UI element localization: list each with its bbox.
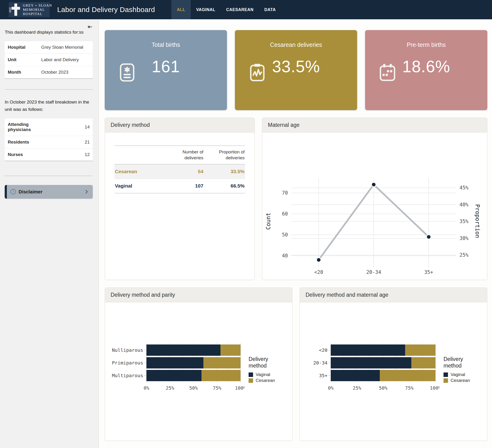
svg-text:70: 70 <box>282 190 288 196</box>
svg-text:75%: 75% <box>405 385 414 391</box>
column-header: Proportion of deliveries <box>204 146 245 164</box>
parity-card: Delivery method and parity NulliparousPr… <box>105 288 292 441</box>
svg-text:i: i <box>13 190 14 194</box>
value-box-cesarean-deliveries: Cesarean deliveries 33.5% <box>235 30 357 110</box>
card-title: Delivery method <box>105 118 255 132</box>
table-row: Unit Labor and Delivery <box>5 54 93 66</box>
value-box-row: Total births 161 Cesarean <box>105 30 487 110</box>
svg-text:30%: 30% <box>460 236 469 241</box>
chart-legend: Delivery method Vaginal Cesarean <box>249 356 292 383</box>
legend-item-cesarean: Cesarean <box>249 378 292 383</box>
svg-text:<20: <20 <box>319 347 328 353</box>
hospital-logo: GREY + SLOAN MEMORIAL HOSPITAL <box>9 2 50 17</box>
svg-text:40%: 40% <box>460 202 469 208</box>
cesarean-swatch <box>443 378 448 383</box>
svg-text:25%: 25% <box>460 252 469 258</box>
svg-text:0%: 0% <box>144 385 149 391</box>
page-title: Labor and Delivery Dashboard <box>57 6 155 14</box>
sidebar-staff-table: Attending physicians 14 Residents 21 Nur… <box>5 118 93 161</box>
main-nav: ALL VAGINAL CAESAREAN DATA <box>171 0 281 19</box>
svg-text:0%: 0% <box>328 385 334 391</box>
tab-all[interactable]: ALL <box>171 0 191 19</box>
svg-text:Multiparous: Multiparous <box>112 373 143 378</box>
svg-text:75%: 75% <box>213 385 221 391</box>
card-title: Delivery method and maternal age <box>300 288 487 302</box>
table-row: Cesarean 54 33.5% <box>114 164 245 179</box>
svg-text:Proportion: Proportion <box>474 204 481 238</box>
value-box-title: Total births <box>105 41 227 48</box>
file-medical-icon <box>118 63 136 82</box>
maternal-age-card: Maternal age 4050607025%30%35%40%45%<202… <box>262 118 487 280</box>
table-row: Vaginal 107 66.5% <box>114 179 245 193</box>
delivery-method-card: Delivery method Number of deliveries Pro… <box>105 118 255 280</box>
svg-text:35%: 35% <box>460 219 469 224</box>
maternal-age-bars-card: Delivery method and maternal age <2020-3… <box>300 288 487 441</box>
table-row: Nurses 12 <box>5 149 93 161</box>
svg-text:50%: 50% <box>379 385 387 391</box>
app-header: GREY + SLOAN MEMORIAL HOSPITAL Labor and… <box>0 0 492 19</box>
card-title: Delivery method and parity <box>105 288 292 302</box>
legend-title: Delivery method <box>443 356 472 369</box>
svg-text:100%: 100% <box>430 385 440 391</box>
svg-text:<20: <20 <box>314 269 323 275</box>
chevron-right-icon <box>83 189 90 195</box>
disclaimer-button[interactable]: i Disclaimer <box>5 185 93 199</box>
svg-text:50: 50 <box>282 232 288 238</box>
charts-row-2: Delivery method and parity NulliparousPr… <box>105 288 487 441</box>
calendar-icon <box>379 63 396 82</box>
tab-caesarean[interactable]: CAESAREAN <box>221 0 259 19</box>
table-row: Attending physicians 14 <box>5 118 93 136</box>
value-box-preterm-births: Pre-term births 18.6% <box>365 30 487 110</box>
info-icon: i <box>10 189 16 195</box>
svg-text:50%: 50% <box>189 385 198 391</box>
hospital-cross-icon <box>10 3 21 16</box>
cesarean-swatch <box>249 378 253 383</box>
svg-text:20-34: 20-34 <box>313 360 328 366</box>
value-box-total-births: Total births 161 <box>105 30 227 110</box>
svg-text:35+: 35+ <box>424 269 433 275</box>
main-content: Total births 161 Cesarean <box>99 19 492 448</box>
sidebar-info-table: Hospital Grey Sloan Memorial Unit Labor … <box>5 41 93 79</box>
charts-row-1: Delivery method Number of deliveries Pro… <box>105 118 487 280</box>
vaginal-swatch <box>443 372 448 377</box>
svg-text:60: 60 <box>282 211 288 217</box>
tab-vaginal[interactable]: VAGINAL <box>191 0 221 19</box>
delivery-method-table: Number of deliveries Proportion of deliv… <box>114 145 245 193</box>
svg-text:25%: 25% <box>166 385 174 391</box>
clipboard-pulse-icon <box>249 63 266 82</box>
tab-data[interactable]: DATA <box>259 0 281 19</box>
dashboard-app: GREY + SLOAN MEMORIAL HOSPITAL Labor and… <box>0 0 492 448</box>
legend-item-vaginal: Vaginal <box>443 372 487 377</box>
svg-text:45%: 45% <box>460 185 469 190</box>
disclaimer-label: Disclaimer <box>19 189 42 195</box>
table-row: Residents 21 <box>5 136 93 149</box>
column-header: Number of deliveries <box>167 146 204 164</box>
sidebar: ⇤ This dashboard displays statistics for… <box>0 19 99 448</box>
sidebar-intro-text: This dashboard displays statistics for:s… <box>5 29 93 36</box>
age-bar-chart: <2020-3435+0%25%50%75%100% <box>300 343 440 392</box>
hospital-logo-text: GREY + SLOAN MEMORIAL HOSPITAL <box>23 3 52 16</box>
svg-text:35+: 35+ <box>319 373 328 378</box>
sidebar-divider <box>5 90 93 90</box>
svg-text:40: 40 <box>282 253 288 259</box>
svg-text:Nulliparous: Nulliparous <box>112 347 143 353</box>
svg-text:Primiparous: Primiparous <box>112 360 143 366</box>
table-row: Hospital Grey Sloan Memorial <box>5 41 93 54</box>
svg-text:25%: 25% <box>353 385 361 391</box>
svg-text:20-34: 20-34 <box>366 269 381 275</box>
legend-item-cesarean: Cesarean <box>443 378 487 383</box>
legend-title: Delivery method <box>249 356 277 369</box>
vaginal-swatch <box>249 372 253 377</box>
svg-text:100%: 100% <box>235 385 245 391</box>
sidebar-collapse-icon[interactable]: ⇤ <box>88 23 92 30</box>
sidebar-divider <box>5 176 93 176</box>
table-row: Month October 2023 <box>5 66 93 79</box>
chart-legend: Delivery method Vaginal Cesarean <box>443 356 487 383</box>
card-title: Maternal age <box>262 118 487 132</box>
maternal-age-line-chart: 4050607025%30%35%40%45%<2020-3435+CountP… <box>262 176 481 276</box>
value-box-title: Cesarean deliveries <box>235 41 357 48</box>
legend-item-vaginal: Vaginal <box>249 372 292 377</box>
sidebar-staff-text: In October 2023 the staff breakdown in t… <box>5 99 93 113</box>
parity-bar-chart: NulliparousPrimiparousMultiparous0%25%50… <box>105 343 245 392</box>
value-box-title: Pre-term births <box>365 41 487 48</box>
